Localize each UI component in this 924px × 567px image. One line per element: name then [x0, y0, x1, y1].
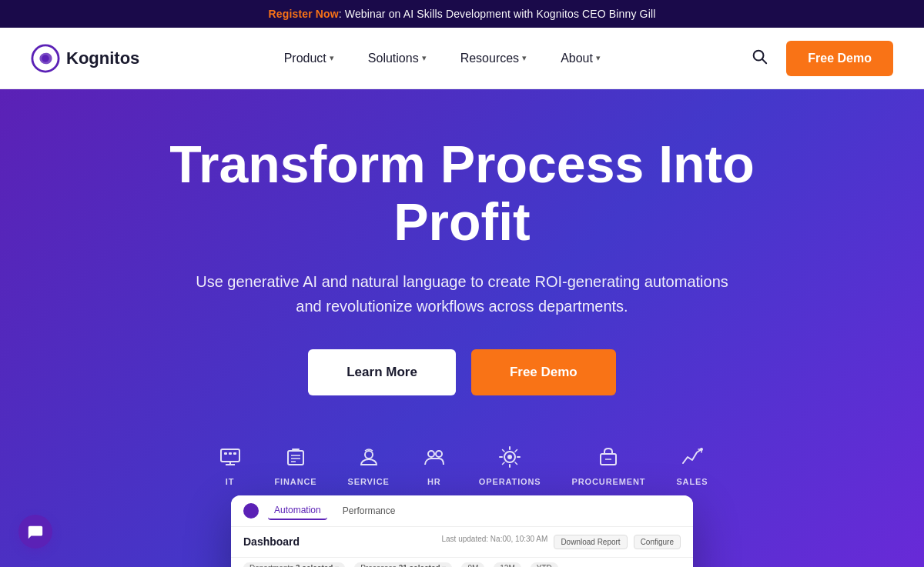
logo-text: Kognitos: [66, 48, 139, 68]
announcement-banner: Register Now: Webinar on AI Skills Devel…: [0, 0, 924, 28]
dept-tab-it[interactable]: IT: [201, 434, 259, 495]
dashboard-topbar: Automation Performance: [231, 495, 693, 527]
svg-point-15: [428, 451, 434, 457]
it-icon: [216, 443, 244, 471]
nav-item-about[interactable]: About ▾: [547, 45, 614, 72]
svg-rect-4: [221, 449, 239, 462]
procurement-icon: [594, 443, 622, 471]
svg-point-16: [436, 451, 442, 457]
departments-filter[interactable]: Departments 3 selected ▾: [243, 562, 345, 567]
nav-menu: Product ▾ Solutions ▾ Resources ▾ About …: [270, 45, 614, 72]
processes-filter[interactable]: Processes 21 selected ▾: [354, 562, 452, 567]
dept-tab-sales[interactable]: SALES: [661, 434, 723, 495]
chat-icon: [27, 523, 44, 540]
dashboard-title: Dashboard: [243, 535, 300, 548]
dept-label-it: IT: [226, 477, 235, 486]
dashboard-action-buttons: Last updated: Na:00, 10:30 AM Download R…: [441, 535, 681, 549]
nav-item-solutions[interactable]: Solutions ▾: [354, 45, 440, 72]
dept-tab-procurement[interactable]: PROCUREMENT: [557, 434, 661, 495]
svg-rect-7: [224, 452, 227, 455]
nav-item-product[interactable]: Product ▾: [270, 45, 348, 72]
performance-tab[interactable]: Performance: [336, 502, 402, 519]
dept-tab-operations[interactable]: OPERATIONS: [464, 434, 557, 495]
time-filter-ytd[interactable]: YTD: [531, 562, 558, 567]
department-tabs: IT FINANCE SERVICE: [201, 434, 724, 495]
free-demo-button[interactable]: Free Demo: [786, 41, 893, 76]
dept-label-sales: SALES: [676, 477, 708, 486]
automation-tab[interactable]: Automation: [268, 502, 327, 520]
sales-icon: [678, 443, 706, 471]
dashboard-preview: Automation Performance Dashboard Last up…: [231, 495, 693, 567]
operations-icon: [496, 443, 524, 471]
register-link[interactable]: Register Now: [269, 8, 339, 20]
dept-label-finance: FINANCE: [275, 477, 317, 486]
dashboard-filters: Departments 3 selected ▾ Processes 21 se…: [231, 558, 693, 567]
download-report-button[interactable]: Download Report: [554, 535, 627, 549]
svg-rect-8: [229, 452, 232, 455]
navbar-actions: Free Demo: [745, 41, 893, 76]
dept-tab-service[interactable]: SERVICE: [333, 434, 405, 495]
chevron-down-icon: ▾: [596, 53, 601, 63]
search-icon: [751, 48, 768, 65]
configure-button[interactable]: Configure: [634, 535, 681, 549]
last-updated: Last updated: Na:00, 10:30 AM: [441, 535, 547, 549]
hero-title: Transform Process Into Profit: [154, 135, 770, 251]
svg-rect-9: [233, 452, 236, 455]
learn-more-button[interactable]: Learn More: [308, 349, 456, 395]
dept-label-operations: OPERATIONS: [479, 477, 541, 486]
svg-point-14: [365, 451, 373, 459]
time-filter-9m[interactable]: 9M: [461, 562, 484, 567]
chevron-down-icon: ▾: [422, 53, 427, 63]
hero-subtitle: Use generative AI and natural language t…: [192, 269, 732, 319]
svg-rect-10: [288, 451, 303, 465]
chevron-down-icon: ▾: [330, 53, 334, 63]
hero-cta-buttons: Learn More Free Demo: [308, 349, 616, 395]
finance-icon: [282, 443, 310, 471]
hr-icon: [420, 443, 448, 471]
dept-label-procurement: PROCUREMENT: [572, 477, 646, 486]
service-icon: [355, 443, 383, 471]
kognitos-logo-icon: [31, 44, 60, 73]
hero-free-demo-button[interactable]: Free Demo: [471, 349, 616, 395]
dept-tab-hr[interactable]: HR: [405, 434, 464, 495]
svg-line-3: [762, 59, 766, 63]
nav-item-resources[interactable]: Resources ▾: [447, 45, 541, 72]
search-button[interactable]: [745, 42, 774, 75]
dept-label-hr: HR: [427, 477, 441, 486]
dept-label-service: SERVICE: [348, 477, 390, 486]
logo-container: Kognitos: [31, 44, 139, 73]
dashboard-logo: [243, 503, 259, 519]
chevron-down-icon: ▾: [522, 53, 527, 63]
dashboard-header: Dashboard Last updated: Na:00, 10:30 AM …: [231, 527, 693, 558]
dept-tab-finance[interactable]: FINANCE: [259, 434, 333, 495]
navbar: Kognitos Product ▾ Solutions ▾ Resources…: [0, 28, 924, 89]
svg-point-19: [507, 455, 512, 459]
chat-widget[interactable]: [18, 515, 52, 549]
hero-section: Transform Process Into Profit Use genera…: [0, 89, 924, 567]
svg-point-1: [42, 55, 49, 62]
time-filter-12m[interactable]: 12M: [494, 562, 521, 567]
